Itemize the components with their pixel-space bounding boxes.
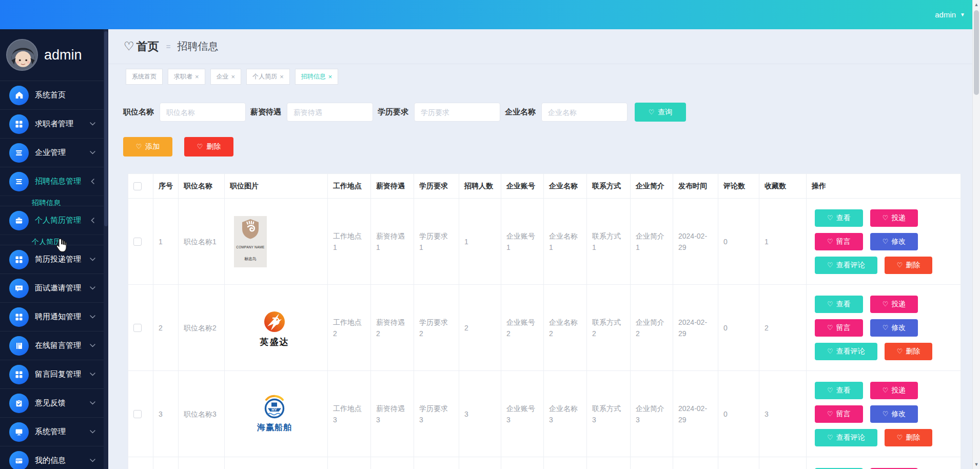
add-button[interactable]: 添加 xyxy=(123,137,172,157)
tab-1[interactable]: 系统首页 xyxy=(126,69,163,85)
sidebar-item-13[interactable]: 我的信息 xyxy=(0,446,104,469)
tab-label: 个人简历 xyxy=(252,72,277,81)
view-comments-button[interactable]: 查看评论 xyxy=(815,343,877,360)
filter-label: 企业名称 xyxy=(505,107,536,117)
cell-seq xyxy=(153,457,179,469)
chevron-down-icon xyxy=(90,430,95,434)
sidebar-item-8[interactable]: 聘用通知管理 xyxy=(0,302,104,331)
topbar-user-menu[interactable]: admin ▼ xyxy=(935,0,965,29)
delete-button[interactable]: 删除 xyxy=(885,257,933,274)
sidebar-item-12[interactable]: 系统管理 xyxy=(0,417,104,446)
sidebar-subitem[interactable]: 招聘信息 xyxy=(0,196,104,206)
column-header: 学历要求 xyxy=(414,174,459,199)
scrollbar-up-arrow-icon[interactable]: ▲ xyxy=(973,2,980,7)
caret-down-icon: ▼ xyxy=(960,12,965,17)
sidebar-item-5[interactable]: 个人简历管理 xyxy=(0,206,104,234)
view-comments-button[interactable]: 查看评论 xyxy=(815,257,877,274)
cell-favorites: 2 xyxy=(759,285,807,371)
sidebar-item-2[interactable]: 求职者管理 xyxy=(0,109,104,138)
view-comments-button[interactable]: 查看评论 xyxy=(815,429,877,446)
book-icon xyxy=(9,336,29,356)
sidebar-item-label: 个人简历管理 xyxy=(35,216,90,225)
cell-headcount: 3 xyxy=(459,371,501,457)
education-input[interactable] xyxy=(414,103,500,122)
tab-3[interactable]: 企业× xyxy=(210,69,242,85)
sidebar-scrollbar-thumb[interactable] xyxy=(104,31,108,226)
sidebar-item-11[interactable]: 意见反馈 xyxy=(0,388,104,417)
filter-group: 薪资待遇 xyxy=(250,103,373,122)
view-button[interactable]: 查看 xyxy=(815,296,863,313)
table-header-row: 序号职位名称职位图片工作地点薪资待遇学历要求招聘人数企业账号企业名称联系方式企业… xyxy=(128,174,961,199)
chat-icon xyxy=(9,279,29,298)
sidebar-item-6[interactable]: 简历投递管理 xyxy=(0,245,104,273)
cell-headcount: 1 xyxy=(459,199,501,285)
sidebar-item-4[interactable]: 招聘信息管理 xyxy=(0,167,104,196)
delete-button[interactable]: 删除 xyxy=(184,137,233,157)
filter-group: 企业名称 xyxy=(505,103,628,122)
delete-button[interactable]: 删除 xyxy=(885,429,933,446)
cell-seq: 1 xyxy=(153,199,179,285)
sidebar-item-9[interactable]: 在线留言管理 xyxy=(0,331,104,360)
header-checkbox-cell xyxy=(128,174,153,199)
job-name-input[interactable] xyxy=(160,103,246,122)
edit-button[interactable]: 修改 xyxy=(870,233,918,250)
grid-icon xyxy=(9,250,29,269)
search-button[interactable]: 查询 xyxy=(635,103,686,122)
deliver-button[interactable]: 投递 xyxy=(870,296,918,313)
close-icon[interactable]: × xyxy=(328,74,332,80)
sidebar-item-1[interactable]: 系统首页 xyxy=(0,81,104,109)
close-icon[interactable]: × xyxy=(195,74,199,80)
sidebar-item-7[interactable]: 面试邀请管理 xyxy=(0,273,104,302)
message-button[interactable]: 留言 xyxy=(815,233,863,250)
page-title: 招聘信息 xyxy=(177,40,218,53)
yingshengda-logo: 英盛达 xyxy=(230,308,319,348)
row-actions: 查看投递留言修改查看评论删除 xyxy=(812,209,952,274)
table-row: 3职位名称3HY海赢船舶工作地点3薪资待遇3学历要求33企业账号3企业名称3联系… xyxy=(128,371,961,457)
chevron-down-icon xyxy=(90,459,95,462)
sidebar-scrollbar[interactable] xyxy=(104,29,108,469)
column-header: 职位名称 xyxy=(179,174,225,199)
company-name-input[interactable] xyxy=(541,103,628,122)
cell-account: 企业账号3 xyxy=(501,371,544,457)
scrollbar-down-arrow-icon[interactable]: ▼ xyxy=(973,462,980,467)
message-button[interactable]: 留言 xyxy=(815,319,863,337)
view-button[interactable]: 查看 xyxy=(815,209,863,227)
sidebar-item-10[interactable]: 留言回复管理 xyxy=(0,360,104,388)
delete-button[interactable]: 删除 xyxy=(885,343,933,360)
close-icon[interactable]: × xyxy=(280,74,284,80)
tab-4[interactable]: 个人简历× xyxy=(246,69,290,85)
message-button[interactable]: 留言 xyxy=(815,405,863,423)
edit-button[interactable]: 修改 xyxy=(870,319,918,337)
column-header: 工作地点 xyxy=(328,174,371,199)
svg-text:HY: HY xyxy=(271,407,277,412)
table-wrap: 序号职位名称职位图片工作地点薪资待遇学历要求招聘人数企业账号企业名称联系方式企业… xyxy=(128,173,961,469)
view-button[interactable]: 查看 xyxy=(815,382,863,399)
sidebar-item-3[interactable]: 企业管理 xyxy=(0,138,104,167)
salary-input[interactable] xyxy=(287,103,373,122)
sidebar-subitem[interactable]: 个人简历 xyxy=(0,234,104,245)
breadcrumb-home[interactable]: 首页 xyxy=(136,39,159,54)
edit-button[interactable]: 修改 xyxy=(870,405,918,423)
select-all-checkbox[interactable] xyxy=(133,182,142,190)
cell-salary: 薪资待遇2 xyxy=(371,285,414,371)
row-checkbox[interactable] xyxy=(133,238,142,246)
column-header: 企业名称 xyxy=(544,174,587,199)
page-scrollbar[interactable]: ▲ ▼ xyxy=(972,0,980,469)
tab-5[interactable]: 招聘信息× xyxy=(295,69,339,85)
action-line: 查看评论删除 xyxy=(815,257,952,274)
deliver-button[interactable]: 投递 xyxy=(870,209,918,227)
column-header: 收藏数 xyxy=(759,174,807,199)
cell-logo: 英盛达 xyxy=(225,285,328,371)
sidebar-item-label: 招聘信息管理 xyxy=(35,177,90,186)
tab-2[interactable]: 求职者× xyxy=(168,69,205,85)
deliver-button[interactable]: 投递 xyxy=(870,382,918,399)
row-checkbox-cell xyxy=(128,199,153,285)
action-line: 留言修改 xyxy=(815,319,952,337)
row-checkbox[interactable] xyxy=(133,410,142,418)
cell-job: 职位名称1 xyxy=(179,199,225,285)
scrollbar-thumb[interactable] xyxy=(974,10,979,95)
row-checkbox[interactable] xyxy=(133,324,142,332)
close-icon[interactable]: × xyxy=(231,74,236,80)
clipboard-check-icon xyxy=(9,394,29,413)
sidebar-item-label: 留言回复管理 xyxy=(35,369,90,379)
